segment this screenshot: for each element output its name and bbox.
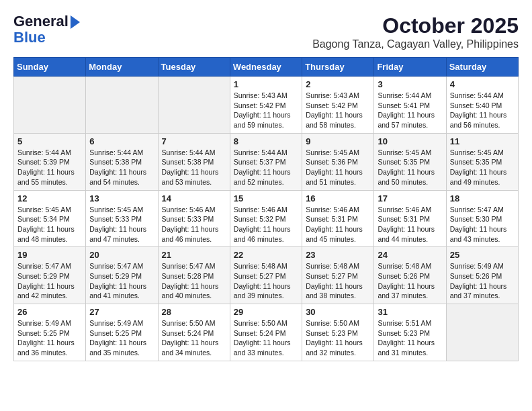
day-detail: Sunrise: 5:44 AM Sunset: 5:38 PM Dayligh…	[89, 148, 154, 187]
day-detail: Sunrise: 5:45 AM Sunset: 5:36 PM Dayligh…	[306, 148, 370, 187]
day-detail: Sunrise: 5:44 AM Sunset: 5:38 PM Dayligh…	[162, 148, 226, 187]
day-number: 11	[450, 136, 515, 146]
day-number: 25	[450, 250, 515, 260]
calendar-cell: 22Sunrise: 5:48 AM Sunset: 5:27 PM Dayli…	[230, 247, 302, 304]
day-number: 7	[162, 136, 226, 146]
calendar-cell: 4Sunrise: 5:44 AM Sunset: 5:40 PM Daylig…	[446, 77, 518, 134]
calendar-cell: 7Sunrise: 5:44 AM Sunset: 5:38 PM Daylig…	[158, 133, 230, 190]
header-saturday: Saturday	[446, 58, 518, 77]
day-number: 31	[378, 307, 442, 317]
calendar-cell	[446, 304, 518, 361]
day-number: 23	[306, 250, 370, 260]
calendar-cell: 15Sunrise: 5:46 AM Sunset: 5:32 PM Dayli…	[230, 190, 302, 247]
day-number: 4	[450, 79, 515, 89]
day-number: 12	[17, 193, 82, 203]
header-wednesday: Wednesday	[230, 58, 302, 77]
day-detail: Sunrise: 5:50 AM Sunset: 5:24 PM Dayligh…	[162, 318, 226, 358]
day-detail: Sunrise: 5:50 AM Sunset: 5:24 PM Dayligh…	[234, 318, 298, 358]
header-thursday: Thursday	[302, 58, 374, 77]
day-number: 6	[89, 136, 154, 146]
day-number: 30	[306, 307, 370, 317]
day-detail: Sunrise: 5:45 AM Sunset: 5:33 PM Dayligh…	[89, 205, 154, 244]
day-detail: Sunrise: 5:47 AM Sunset: 5:29 PM Dayligh…	[17, 261, 82, 301]
day-detail: Sunrise: 5:46 AM Sunset: 5:31 PM Dayligh…	[378, 205, 442, 244]
day-detail: Sunrise: 5:49 AM Sunset: 5:25 PM Dayligh…	[89, 318, 154, 358]
calendar-cell: 26Sunrise: 5:49 AM Sunset: 5:25 PM Dayli…	[14, 304, 86, 361]
calendar-cell: 6Sunrise: 5:44 AM Sunset: 5:38 PM Daylig…	[86, 133, 158, 190]
calendar-table: SundayMondayTuesdayWednesdayThursdayFrid…	[13, 57, 519, 361]
day-detail: Sunrise: 5:48 AM Sunset: 5:26 PM Dayligh…	[378, 261, 442, 301]
title-section: October 2025 Bagong Tanza, Cagayan Valle…	[312, 13, 519, 50]
day-detail: Sunrise: 5:48 AM Sunset: 5:27 PM Dayligh…	[234, 261, 298, 301]
calendar-cell: 28Sunrise: 5:50 AM Sunset: 5:24 PM Dayli…	[158, 304, 230, 361]
day-number: 27	[89, 307, 154, 317]
calendar-cell: 30Sunrise: 5:50 AM Sunset: 5:23 PM Dayli…	[302, 304, 374, 361]
page-subtitle: Bagong Tanza, Cagayan Valley, Philippine…	[312, 38, 519, 50]
day-detail: Sunrise: 5:46 AM Sunset: 5:31 PM Dayligh…	[306, 205, 370, 244]
logo-blue: Blue	[13, 30, 46, 46]
day-detail: Sunrise: 5:50 AM Sunset: 5:23 PM Dayligh…	[306, 318, 370, 358]
calendar-week-row: 19Sunrise: 5:47 AM Sunset: 5:29 PM Dayli…	[14, 247, 519, 304]
calendar-cell: 16Sunrise: 5:46 AM Sunset: 5:31 PM Dayli…	[302, 190, 374, 247]
header-tuesday: Tuesday	[158, 58, 230, 77]
calendar-cell: 10Sunrise: 5:45 AM Sunset: 5:35 PM Dayli…	[374, 133, 446, 190]
calendar-cell	[86, 77, 158, 134]
day-number: 8	[234, 136, 298, 146]
calendar-cell: 12Sunrise: 5:45 AM Sunset: 5:34 PM Dayli…	[14, 190, 86, 247]
calendar-cell: 27Sunrise: 5:49 AM Sunset: 5:25 PM Dayli…	[86, 304, 158, 361]
day-detail: Sunrise: 5:45 AM Sunset: 5:35 PM Dayligh…	[378, 148, 442, 187]
day-detail: Sunrise: 5:47 AM Sunset: 5:29 PM Dayligh…	[89, 261, 154, 301]
day-detail: Sunrise: 5:48 AM Sunset: 5:27 PM Dayligh…	[306, 261, 370, 301]
day-number: 9	[306, 136, 370, 146]
day-number: 10	[378, 136, 442, 146]
day-number: 15	[234, 193, 298, 203]
calendar-cell: 29Sunrise: 5:50 AM Sunset: 5:24 PM Dayli…	[230, 304, 302, 361]
calendar-header-row: SundayMondayTuesdayWednesdayThursdayFrid…	[14, 58, 519, 77]
day-number: 24	[378, 250, 442, 260]
calendar-week-row: 12Sunrise: 5:45 AM Sunset: 5:34 PM Dayli…	[14, 190, 519, 247]
day-number: 21	[162, 250, 226, 260]
header-friday: Friday	[374, 58, 446, 77]
calendar-cell: 11Sunrise: 5:45 AM Sunset: 5:35 PM Dayli…	[446, 133, 518, 190]
day-number: 29	[234, 307, 298, 317]
day-detail: Sunrise: 5:47 AM Sunset: 5:30 PM Dayligh…	[450, 205, 515, 244]
calendar-cell: 19Sunrise: 5:47 AM Sunset: 5:29 PM Dayli…	[14, 247, 86, 304]
day-detail: Sunrise: 5:44 AM Sunset: 5:40 PM Dayligh…	[450, 91, 515, 130]
day-number: 20	[89, 250, 154, 260]
day-number: 3	[378, 79, 442, 89]
day-number: 14	[162, 193, 226, 203]
calendar-cell: 18Sunrise: 5:47 AM Sunset: 5:30 PM Dayli…	[446, 190, 518, 247]
day-number: 1	[234, 79, 298, 89]
header-sunday: Sunday	[14, 58, 86, 77]
page-title: October 2025	[312, 13, 519, 38]
day-number: 16	[306, 193, 370, 203]
day-detail: Sunrise: 5:46 AM Sunset: 5:33 PM Dayligh…	[162, 205, 226, 244]
header-monday: Monday	[86, 58, 158, 77]
logo: General Blue	[13, 13, 80, 46]
day-number: 18	[450, 193, 515, 203]
day-detail: Sunrise: 5:44 AM Sunset: 5:39 PM Dayligh…	[17, 148, 82, 187]
day-number: 5	[17, 136, 82, 146]
logo-arrow-icon	[71, 15, 80, 29]
calendar-week-row: 26Sunrise: 5:49 AM Sunset: 5:25 PM Dayli…	[14, 304, 519, 361]
header: General Blue October 2025 Bagong Tanza, …	[13, 13, 519, 50]
calendar-week-row: 5Sunrise: 5:44 AM Sunset: 5:39 PM Daylig…	[14, 133, 519, 190]
calendar-cell: 2Sunrise: 5:43 AM Sunset: 5:42 PM Daylig…	[302, 77, 374, 134]
calendar-cell: 17Sunrise: 5:46 AM Sunset: 5:31 PM Dayli…	[374, 190, 446, 247]
calendar-cell: 21Sunrise: 5:47 AM Sunset: 5:28 PM Dayli…	[158, 247, 230, 304]
day-detail: Sunrise: 5:47 AM Sunset: 5:28 PM Dayligh…	[162, 261, 226, 301]
calendar-cell: 5Sunrise: 5:44 AM Sunset: 5:39 PM Daylig…	[14, 133, 86, 190]
day-detail: Sunrise: 5:44 AM Sunset: 5:41 PM Dayligh…	[378, 91, 442, 130]
calendar-week-row: 1Sunrise: 5:43 AM Sunset: 5:42 PM Daylig…	[14, 77, 519, 134]
day-detail: Sunrise: 5:49 AM Sunset: 5:25 PM Dayligh…	[17, 318, 82, 358]
calendar-cell: 23Sunrise: 5:48 AM Sunset: 5:27 PM Dayli…	[302, 247, 374, 304]
day-detail: Sunrise: 5:51 AM Sunset: 5:23 PM Dayligh…	[378, 318, 442, 358]
calendar-cell: 25Sunrise: 5:49 AM Sunset: 5:26 PM Dayli…	[446, 247, 518, 304]
calendar-cell: 20Sunrise: 5:47 AM Sunset: 5:29 PM Dayli…	[86, 247, 158, 304]
calendar-cell: 8Sunrise: 5:44 AM Sunset: 5:37 PM Daylig…	[230, 133, 302, 190]
calendar-cell: 3Sunrise: 5:44 AM Sunset: 5:41 PM Daylig…	[374, 77, 446, 134]
day-number: 13	[89, 193, 154, 203]
day-number: 22	[234, 250, 298, 260]
calendar-cell: 24Sunrise: 5:48 AM Sunset: 5:26 PM Dayli…	[374, 247, 446, 304]
calendar-cell: 14Sunrise: 5:46 AM Sunset: 5:33 PM Dayli…	[158, 190, 230, 247]
